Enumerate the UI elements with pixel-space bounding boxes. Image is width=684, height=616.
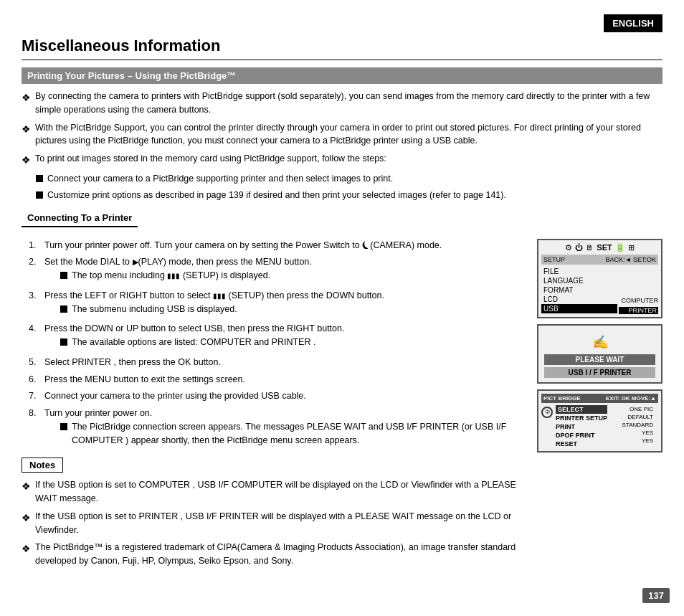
pict-r4: YES <box>610 429 653 437</box>
cross-icon-n3: ❖ <box>22 541 31 568</box>
pict-select: SELECT <box>556 405 607 414</box>
sub-step-8: The PictBridge connection screen appears… <box>60 420 530 447</box>
step-5: 5. Select PRINTER , then press the OK bu… <box>29 356 530 369</box>
screen-setup: ⚙ ⏻ 🗎 SET 🔋 ⊞ SETUP BACK:◄ SET:OK FILE L… <box>537 239 662 318</box>
pict-right-col: ONE PIC DEFAULT STANDARD YES YES <box>610 405 653 448</box>
sub-step-4: The available options are listed: COMPUT… <box>60 336 344 349</box>
note-text-3: The PictBridge™ is a registered trademar… <box>35 541 530 568</box>
screen1-menu-area: FILE LANGUAGE FORMAT LCD USB COMPUTER PR… <box>541 267 658 314</box>
sub-bullet-text-1: Connect your camera to a PictBridge supp… <box>47 172 393 186</box>
icon-set: SET <box>597 243 612 252</box>
menu-usb: USB <box>541 304 617 313</box>
square-icon-s4 <box>60 338 67 346</box>
bullet-item-3: ❖ To print out images stored in the memo… <box>22 152 662 168</box>
screen1-nav-label: BACK:◄ SET:OK <box>606 256 656 263</box>
screen1-setup-label: SETUP <box>543 256 565 263</box>
step-2-content: Set the Mode DIAL to ▶(PLAY) mode, then … <box>44 255 312 285</box>
screen-pictbridge: PICT BRIDGE EXIT: OK MOVE:▲ ② SELECT PRI… <box>537 389 662 452</box>
sub-bullet-2: Customize print options as described in … <box>36 189 662 202</box>
step-4-content: Press the DOWN or UP button to select US… <box>44 322 344 352</box>
main-content-area: 1. Turn your printer power off. Turn you… <box>22 239 662 572</box>
pict-left-col: SELECT PRINTER SETUP PRINT DPOF PRINT RE… <box>556 405 607 448</box>
pict-circle-icon: ② <box>541 407 553 418</box>
menu-file: FILE <box>541 267 617 276</box>
square-icon-s2 <box>60 272 67 279</box>
sub-bullet-1: Connect your camera to a PictBridge supp… <box>36 172 662 186</box>
step-num-2: 2. <box>29 255 40 285</box>
r3 <box>619 287 658 297</box>
cross-icon-n2: ❖ <box>22 511 31 537</box>
r4-computer: COMPUTER <box>619 297 658 307</box>
pict-r2: DEFAULT <box>610 413 653 421</box>
step-num-6: 6. <box>29 373 40 387</box>
r1 <box>619 267 658 277</box>
usb-printer-text: USB I / F PRINTER <box>544 367 655 378</box>
step-3: 3. Press the LEFT or RIGHT button to sel… <box>29 289 530 319</box>
pict-nav: EXIT: OK MOVE:▲ <box>606 395 656 402</box>
step-text-2: Set the Mode DIAL to ▶(PLAY) mode, then … <box>44 257 312 267</box>
note-1: ❖ If the USB option is set to COMPUTER ,… <box>22 478 530 506</box>
step-8: 8. Turn your printer power on. The PictB… <box>29 407 530 450</box>
pict-printer-setup: PRINTER SETUP <box>556 414 607 422</box>
cross-icon-3: ❖ <box>22 153 31 168</box>
step-num-3: 3. <box>29 289 40 319</box>
sub-step-text-8: The PictBridge connection screen appears… <box>72 420 530 447</box>
step-text-6: Press the MENU button to exit the settin… <box>44 373 245 387</box>
note-text-2: If the USB option is set to PRINTER , US… <box>35 510 530 537</box>
square-icon-2 <box>36 191 43 199</box>
cross-icon-1: ❖ <box>22 90 31 117</box>
cross-icon-2: ❖ <box>22 122 31 148</box>
bullet-item-1: ❖ By connecting the camera to printers w… <box>22 90 662 117</box>
step-7: 7. Connect your camera to the printer us… <box>29 389 530 403</box>
step-num-1: 1. <box>29 239 40 252</box>
square-icon-s3 <box>60 305 67 313</box>
camera-icon: ✍ <box>544 330 655 354</box>
pict-label: PICT BRIDGE <box>543 395 581 402</box>
step-text-8: Turn your printer power on. <box>44 408 152 418</box>
pict-reset: RESET <box>556 440 607 448</box>
section1-header: Printing Your Pictures – Using the PictB… <box>22 67 662 84</box>
sub-step-text-4: The available options are listed: COMPUT… <box>72 336 315 349</box>
menu-lcd: LCD <box>541 295 617 304</box>
note-3: ❖ The PictBridge™ is a registered tradem… <box>22 541 530 568</box>
icon-battery: 🔋 <box>615 243 625 252</box>
pict-menu-content: SELECT PRINTER SETUP PRINT DPOF PRINT RE… <box>556 405 653 448</box>
sub-step-2: The top menu including ▮▮▮ (SETUP) is di… <box>60 269 312 283</box>
notes-label: Notes <box>22 458 63 473</box>
step-num-5: 5. <box>29 356 40 369</box>
step-num-8: 8. <box>29 407 40 450</box>
menu-format: FORMAT <box>541 285 617 295</box>
step-8-content: Turn your printer power on. The PictBrid… <box>44 407 530 450</box>
please-wait-text: PLEASE WAIT <box>544 354 655 365</box>
numbered-list: 1. Turn your printer power off. Turn you… <box>29 239 530 450</box>
icon-grid: ⊞ <box>628 243 635 252</box>
note-2: ❖ If the USB option is set to PRINTER , … <box>22 510 530 537</box>
bullet-item-2: ❖ With the PictBridge Support, you can c… <box>22 121 662 148</box>
page-number: 137 <box>642 588 670 603</box>
r5-printer: PRINTER <box>619 307 658 314</box>
language-badge-container: ENGLISH <box>22 14 662 32</box>
step-4: 4. Press the DOWN or UP button to select… <box>29 322 530 352</box>
sub-step-3: The submenu including USB is displayed. <box>60 303 384 316</box>
right-screens: ⚙ ⏻ 🗎 SET 🔋 ⊞ SETUP BACK:◄ SET:OK FILE L… <box>537 239 662 572</box>
step-3-content: Press the LEFT or RIGHT button to select… <box>44 289 384 319</box>
step-text-4: Press the DOWN or UP button to select US… <box>44 323 344 333</box>
r2 <box>619 277 658 287</box>
page-title: Miscellaneous Information <box>22 37 662 60</box>
bullet-text-1: By connecting the camera to printers wit… <box>35 90 662 117</box>
screen-icons-row: ⚙ ⏻ 🗎 SET 🔋 ⊞ <box>541 243 658 252</box>
screen-please-wait: ✍ PLEASE WAIT USB I / F PRINTER <box>537 324 662 384</box>
cross-icon-n1: ❖ <box>22 479 31 506</box>
pict-print: PRINT <box>556 422 607 431</box>
step-text-5: Select PRINTER , then press the OK butto… <box>44 356 221 369</box>
step-num-7: 7. <box>29 389 40 403</box>
sub-bullet-text-2: Customize print options as described in … <box>47 189 506 202</box>
menu-language: LANGUAGE <box>541 276 617 285</box>
pict-r5: YES <box>610 437 653 445</box>
step-text-3: Press the LEFT or RIGHT button to select… <box>44 290 384 300</box>
left-content: 1. Turn your printer power off. Turn you… <box>22 239 530 572</box>
step-1: 1. Turn your printer power off. Turn you… <box>29 239 530 252</box>
square-icon-s8 <box>60 423 67 430</box>
pict-content-row: ② SELECT PRINTER SETUP PRINT DPOF PRINT … <box>541 405 658 448</box>
step-text-7: Connect your camera to the printer using… <box>44 389 306 403</box>
